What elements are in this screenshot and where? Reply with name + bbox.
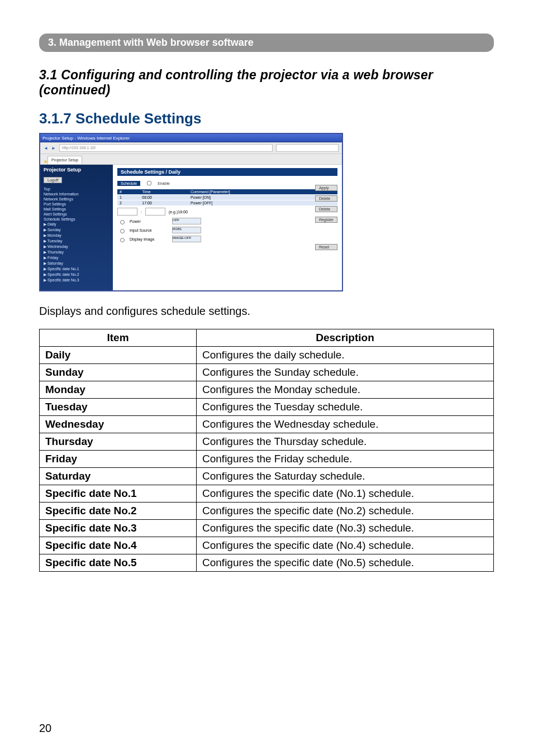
spec-desc: Configures the specific date (No.3) sche… xyxy=(197,520,494,537)
table-cell: 08:00 xyxy=(140,195,188,200)
command-option-row: Input SourceRGB1 xyxy=(117,227,337,233)
sidebar-item[interactable]: ▶ Specific date No.2 xyxy=(44,272,110,277)
logoff-button[interactable]: Logoff xyxy=(44,177,62,183)
table-row: Specific date No.1Configures the specifi… xyxy=(40,485,494,503)
table-row: TuesdayConfigures the Tuesday schedule. xyxy=(40,399,494,416)
delete-button-1[interactable]: Delete xyxy=(315,195,337,202)
table-row: Specific date No.5Configures the specifi… xyxy=(40,554,494,572)
spec-desc: Configures the daily schedule. xyxy=(197,347,494,364)
sidebar-item[interactable]: Schedule Settings xyxy=(44,217,110,222)
option-label: Display Image xyxy=(130,237,169,241)
table-row: DailyConfigures the daily schedule. xyxy=(40,347,494,364)
spec-header-desc: Description xyxy=(197,329,494,347)
sidebar-item[interactable]: Top: xyxy=(44,186,110,192)
window-titlebar: Projector Setup - Windows Internet Explo… xyxy=(40,134,342,142)
table-cell: 2 xyxy=(117,200,140,206)
apply-button[interactable]: Apply xyxy=(315,185,337,191)
sidebar-item[interactable]: ▶ Saturday xyxy=(44,261,110,266)
table-header: # xyxy=(117,189,140,195)
tab-bar: ★ Projector Setup xyxy=(40,154,342,165)
register-button[interactable]: Register xyxy=(315,217,337,223)
spec-item: Specific date No.4 xyxy=(40,537,197,554)
spec-desc: Configures the Monday schedule. xyxy=(197,381,494,399)
url-field[interactable]: http://192.168.1.10/ xyxy=(59,144,273,152)
spec-item: Sunday xyxy=(40,364,197,381)
option-label: Input Source xyxy=(130,228,169,232)
spec-desc: Configures the specific date (No.5) sche… xyxy=(197,554,494,572)
spec-item: Friday xyxy=(40,451,197,468)
nav-back-icon[interactable]: ◄ xyxy=(44,146,48,151)
search-field[interactable] xyxy=(276,144,339,152)
option-radio[interactable] xyxy=(120,238,125,242)
spec-item: Specific date No.5 xyxy=(40,554,197,572)
spec-desc: Configures the Friday schedule. xyxy=(197,451,494,468)
table-row: SaturdayConfigures the Saturday schedule… xyxy=(40,468,494,485)
option-value[interactable]: IMAGE-OFF xyxy=(172,236,201,242)
table-row: Specific date No.4Configures the specifi… xyxy=(40,537,494,554)
sidebar-item[interactable]: ▶ Specific date No.3 xyxy=(44,277,110,283)
option-value[interactable]: RGB1 xyxy=(172,227,201,233)
favorite-icon[interactable]: ★ xyxy=(44,159,47,164)
section-title: 3.1 Configuring and controlling the proj… xyxy=(39,68,494,98)
command-option-row: PowerOFF xyxy=(117,218,337,224)
sidebar-item[interactable]: ▶ Tuesday xyxy=(44,238,110,244)
option-radio[interactable] xyxy=(120,229,125,233)
spec-item: Specific date No.3 xyxy=(40,520,197,537)
table-row: 217:00Power [OFF] xyxy=(117,200,337,206)
spec-header-item: Item xyxy=(40,329,197,347)
spec-desc: Configures the Thursday schedule. xyxy=(197,433,494,451)
sidebar-item[interactable]: ▶ Monday xyxy=(44,233,110,238)
table-cell: 1 xyxy=(117,195,140,200)
panel-title: Schedule Settings / Daily xyxy=(117,168,337,176)
sidebar-item[interactable]: ▶ Daily xyxy=(44,222,110,227)
spec-table: Item Description DailyConfigures the dai… xyxy=(39,329,494,572)
nav-fwd-icon[interactable]: ► xyxy=(51,146,56,151)
time-example: (e.g.)18:00 xyxy=(169,210,188,214)
spec-item: Wednesday xyxy=(40,416,197,433)
sidebar-item[interactable]: ▶ Thursday xyxy=(44,250,110,255)
delete-button-2[interactable]: Delete xyxy=(315,206,337,212)
sidebar-item[interactable]: ▶ Sunday xyxy=(44,227,110,233)
table-row: MondayConfigures the Monday schedule. xyxy=(40,381,494,399)
table-row: ThursdayConfigures the Thursday schedule… xyxy=(40,433,494,451)
sidebar-item[interactable]: ▶ Friday xyxy=(44,255,110,261)
spec-desc: Configures the Wednesday schedule. xyxy=(197,416,494,433)
option-radio[interactable] xyxy=(120,220,125,224)
table-cell: 17:00 xyxy=(140,200,188,206)
table-row: FridayConfigures the Friday schedule. xyxy=(40,451,494,468)
spec-desc: Configures the specific date (No.4) sche… xyxy=(197,537,494,554)
chapter-bar: 3. Management with Web browser software xyxy=(39,34,494,52)
sidebar: Projector Setup Logoff Top:Network Infor… xyxy=(40,165,113,291)
spec-item: Saturday xyxy=(40,468,197,485)
sidebar-item[interactable]: Network Settings xyxy=(44,197,110,202)
spec-desc: Configures the specific date (No.1) sche… xyxy=(197,485,494,503)
table-row: WednesdayConfigures the Wednesday schedu… xyxy=(40,416,494,433)
address-bar: ◄ ► http://192.168.1.10/ xyxy=(40,142,342,154)
main-panel: Schedule Settings / Daily Schedule Enabl… xyxy=(113,165,342,291)
spec-item: Thursday xyxy=(40,433,197,451)
window-title: Projector Setup - Windows Internet Explo… xyxy=(42,136,130,141)
option-value[interactable]: OFF xyxy=(172,218,201,224)
schedule-table: #TimeCommand [Parameter] 108:00Power [ON… xyxy=(117,189,337,205)
sidebar-item[interactable]: Mail Settings xyxy=(44,207,110,212)
sidebar-item[interactable]: Alert Settings xyxy=(44,212,110,217)
table-row: 108:00Power [ON] xyxy=(117,195,337,200)
spec-item: Specific date No.1 xyxy=(40,485,197,503)
sidebar-item[interactable]: ▶ Specific date No.1 xyxy=(44,266,110,272)
sidebar-item[interactable]: Port Settings xyxy=(44,202,110,207)
reset-button[interactable]: Reset xyxy=(315,244,337,250)
spec-item: Monday xyxy=(40,381,197,399)
minute-input[interactable] xyxy=(145,208,165,216)
figure-caption: Displays and configures schedule setting… xyxy=(39,305,494,318)
enable-label: Enable xyxy=(158,181,170,185)
spec-desc: Configures the Saturday schedule. xyxy=(197,468,494,485)
hour-input[interactable] xyxy=(117,208,137,216)
table-row: Specific date No.3Configures the specifi… xyxy=(40,520,494,537)
enable-checkbox[interactable] xyxy=(147,181,151,185)
spec-desc: Configures the Tuesday schedule. xyxy=(197,399,494,416)
sidebar-item[interactable]: Network Information xyxy=(44,192,110,197)
spec-desc: Configures the specific date (No.2) sche… xyxy=(197,503,494,520)
sidebar-item[interactable]: ▶ Wednesday xyxy=(44,244,110,250)
browser-tab[interactable]: Projector Setup xyxy=(47,156,82,164)
option-label: Power xyxy=(130,219,169,223)
